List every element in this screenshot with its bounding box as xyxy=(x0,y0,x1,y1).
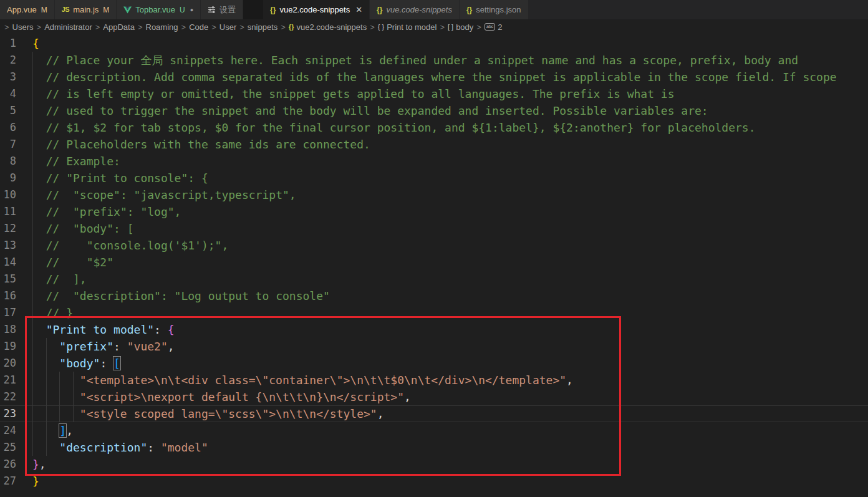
code-line[interactable]: 27} xyxy=(0,473,868,490)
code-line[interactable]: 3// description. Add comma separated ids… xyxy=(0,69,868,85)
line-number: 27 xyxy=(0,473,16,490)
indent-guide xyxy=(32,372,33,388)
code-line-content[interactable]: // "console.log('$1');", xyxy=(32,237,868,254)
line-number: 21 xyxy=(0,372,16,388)
close-icon[interactable]: ✕ xyxy=(355,5,362,14)
code-line-content[interactable]: } xyxy=(32,473,868,490)
code-line-content[interactable]: // Placeholders with the same ids are co… xyxy=(32,136,868,153)
indent-guide xyxy=(32,422,33,439)
code-line[interactable]: 18"Print to model": { xyxy=(0,321,868,338)
tab-label: settings.json xyxy=(476,5,521,14)
code-line[interactable]: 13// "console.log('$1');", xyxy=(0,237,868,254)
breadcrumb-item-vue2-code-snippets[interactable]: {}vue2.code-snippets xyxy=(289,22,367,32)
code-segment: , xyxy=(404,390,411,403)
code-line[interactable]: 17// } xyxy=(0,304,868,321)
code-line-content[interactable]: // } xyxy=(32,304,868,321)
code-line[interactable]: 16// "description": "Log output to conso… xyxy=(0,287,868,304)
indent-guide xyxy=(46,439,47,456)
json-symbol-icon: {} xyxy=(289,23,294,31)
code-line[interactable]: 19"prefix": "vue2", xyxy=(0,338,868,355)
code-line-content[interactable]: // "scope": "javascript,typescript", xyxy=(32,186,868,203)
indent-guide xyxy=(32,287,33,304)
breadcrumb-item-code[interactable]: Code xyxy=(189,22,208,32)
code-line-content[interactable]: "<script>\nexport default {\n\t\t\n}\n</… xyxy=(32,388,868,405)
code-line[interactable]: 22"<script>\nexport default {\n\t\t\n}\n… xyxy=(0,388,868,405)
code-line[interactable]: 12// "body": [ xyxy=(0,220,868,237)
tab-topbar-vue[interactable]: Topbar.vueU● xyxy=(117,0,201,19)
code-line[interactable]: 9// "Print to console": { xyxy=(0,170,868,186)
code-line-content[interactable]: // "description": "Log output to console… xyxy=(32,287,868,304)
code-line[interactable]: 11// "prefix": "log", xyxy=(0,203,868,220)
code-line-content[interactable]: // description. Add comma separated ids … xyxy=(32,69,868,85)
tab--[interactable]: 设置 xyxy=(201,0,243,19)
code-line[interactable]: 21"<template>\n\t<div class=\"container\… xyxy=(0,372,868,388)
tab-settings-json[interactable]: {}settings.json xyxy=(460,0,529,19)
code-line[interactable]: 25"description": "model" xyxy=(0,439,868,456)
code-line-content[interactable]: // Place your 全局 snippets here. Each sni… xyxy=(32,52,868,69)
indent-guide xyxy=(32,304,33,321)
code-line[interactable]: 1{ xyxy=(0,35,868,52)
code-line[interactable]: 14// "$2" xyxy=(0,254,868,271)
indent-guide xyxy=(46,355,47,372)
vue-file-icon xyxy=(123,6,132,14)
code-line[interactable]: 24], xyxy=(0,422,868,439)
code-line-content[interactable]: // "$2" xyxy=(32,254,868,271)
breadcrumb-item-body[interactable]: [ ]body xyxy=(448,22,473,32)
breadcrumb-item-print-to-model[interactable]: { }Print to model xyxy=(378,22,437,32)
indent-guide xyxy=(32,271,33,287)
indent-guide xyxy=(32,170,33,186)
tab-vue-code-snippets[interactable]: {}vue.code-snippets xyxy=(370,0,460,19)
code-line[interactable]: 8// Example: xyxy=(0,153,868,170)
code-line[interactable]: 7// Placeholders with the same ids are c… xyxy=(0,136,868,153)
code-line[interactable]: 20"body": [ xyxy=(0,355,868,372)
breadcrumb-item-2[interactable]: abc2 xyxy=(485,22,503,32)
line-number: 26 xyxy=(0,456,16,473)
code-line[interactable]: 23"<style scoped lang=\"scss\">\n\t\n</s… xyxy=(0,405,868,422)
array-symbol-icon: [ ] xyxy=(448,23,453,31)
code-segment: : xyxy=(100,357,113,370)
code-editor[interactable]: 1{2// Place your 全局 snippets here. Each … xyxy=(0,34,868,490)
tab-vue2-code-snippets[interactable]: {}vue2.code-snippets✕ xyxy=(263,0,370,19)
unsaved-dot-icon: ● xyxy=(190,7,193,13)
code-line[interactable]: 5// used to trigger the snippet and the … xyxy=(0,102,868,119)
code-line-content[interactable]: // "prefix": "log", xyxy=(32,203,868,220)
code-line-content[interactable]: "<style scoped lang=\"scss\">\n\t\n</sty… xyxy=(32,405,868,422)
code-line-content[interactable]: }, xyxy=(32,456,868,473)
code-line-content[interactable]: // $1, $2 for tab stops, $0 for the fina… xyxy=(32,119,868,136)
code-line-content[interactable]: "body": [ xyxy=(32,355,868,372)
breadcrumb-item-snippets[interactable]: snippets xyxy=(248,22,277,32)
code-line-content[interactable]: ], xyxy=(32,422,868,439)
breadcrumb-item-user[interactable]: User xyxy=(219,22,236,32)
indent-guide xyxy=(73,388,74,405)
code-line[interactable]: 6// $1, $2 for tab stops, $0 for the fin… xyxy=(0,119,868,136)
code-line-content[interactable]: // ], xyxy=(32,271,868,287)
code-line[interactable]: 10// "scope": "javascript,typescript", xyxy=(0,186,868,203)
code-line[interactable]: 2// Place your 全局 snippets here. Each sn… xyxy=(0,52,868,69)
code-line-content[interactable]: // "Print to console": { xyxy=(32,170,868,186)
tab-app-vue[interactable]: App.vueM xyxy=(0,0,55,19)
git-status-letter: U xyxy=(180,6,185,14)
indent-guide xyxy=(32,439,33,456)
line-number: 25 xyxy=(0,439,16,456)
breadcrumb-item-appdata[interactable]: AppData xyxy=(103,22,135,32)
code-segment: // Placeholders with the same ids are co… xyxy=(46,138,370,151)
tab-main-js[interactable]: JSmain.jsM xyxy=(55,0,117,19)
code-line-content[interactable]: // "body": [ xyxy=(32,220,868,237)
breadcrumb-label: AppData xyxy=(103,22,135,32)
code-line-content[interactable]: "<template>\n\t<div class=\"container\">… xyxy=(32,372,868,388)
code-line[interactable]: 4// is left empty or omitted, the snippe… xyxy=(0,85,868,102)
breadcrumb-item-users[interactable]: Users xyxy=(12,22,34,32)
code-line-content[interactable]: "prefix": "vue2", xyxy=(32,338,868,355)
code-line-content[interactable]: // Example: xyxy=(32,153,868,170)
code-line[interactable]: 15// ], xyxy=(0,271,868,287)
breadcrumb-chevron-icon: > xyxy=(138,22,143,32)
breadcrumb-item-administrator[interactable]: Administrator xyxy=(44,22,92,32)
code-line[interactable]: 26}, xyxy=(0,456,868,473)
code-line-content[interactable]: // used to trigger the snippet and the b… xyxy=(32,102,868,119)
code-line-content[interactable]: "Print to model": { xyxy=(32,321,868,338)
breadcrumb-item-roaming[interactable]: Roaming xyxy=(146,22,178,32)
code-line-content[interactable]: "description": "model" xyxy=(32,439,868,456)
line-number: 2 xyxy=(0,52,16,69)
code-line-content[interactable]: { xyxy=(32,35,868,52)
code-line-content[interactable]: // is left empty or omitted, the snippet… xyxy=(32,85,868,102)
